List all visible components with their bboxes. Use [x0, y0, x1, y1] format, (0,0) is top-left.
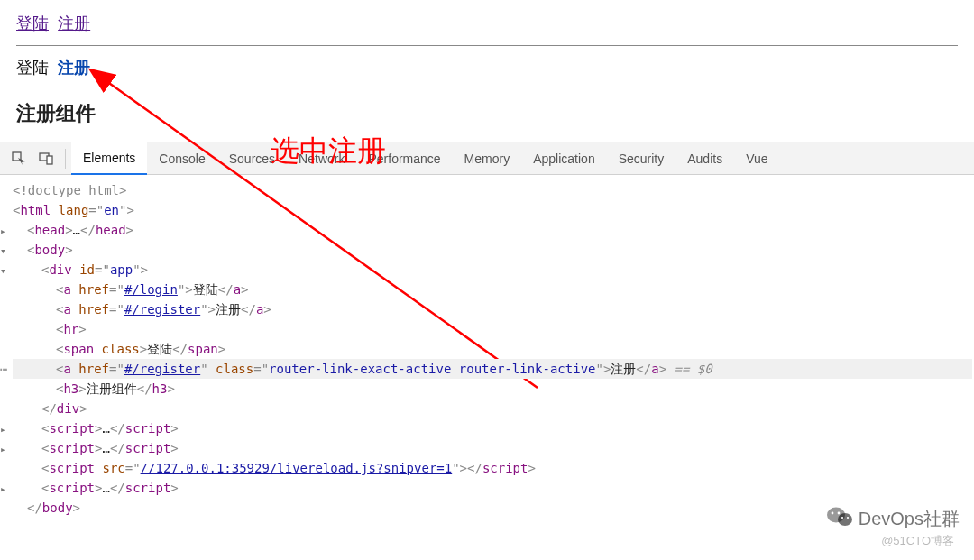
- watermark: DevOps社群: [826, 505, 960, 533]
- tab-audits[interactable]: Audits: [675, 142, 734, 175]
- tab-application[interactable]: Application: [521, 142, 607, 175]
- tab-security[interactable]: Security: [607, 142, 676, 175]
- device-toggle-icon[interactable]: [34, 147, 58, 170]
- active-register-link[interactable]: 注册: [58, 59, 90, 77]
- svg-point-9: [841, 517, 843, 519]
- dom-a-register-active[interactable]: ⋯<a href="#/register" class="router-link…: [13, 359, 972, 379]
- svg-point-6: [838, 513, 852, 526]
- tab-vue[interactable]: Vue: [734, 142, 779, 175]
- svg-point-7: [831, 512, 833, 515]
- watermark-text: DevOps社群: [859, 507, 960, 531]
- dom-h3[interactable]: <h3>注册组件</h3>: [13, 379, 972, 399]
- nav-register-link[interactable]: 注册: [58, 14, 90, 32]
- dom-html-open[interactable]: <html lang="en">: [13, 200, 972, 220]
- dom-script-2[interactable]: <script>…</script>: [13, 438, 972, 458]
- dom-span-login[interactable]: <span class>登陆</span>: [13, 339, 972, 359]
- rendered-page: 登陆 注册 登陆 注册 注册组件: [0, 0, 974, 142]
- dom-div-close[interactable]: </div>: [13, 399, 972, 418]
- dom-a-login[interactable]: <a href="#/login">登陆</a>: [13, 280, 972, 299]
- nav-login-link[interactable]: 登陆: [16, 14, 49, 32]
- dom-div-app[interactable]: <div id="app">: [13, 260, 972, 280]
- dom-a-register[interactable]: <a href="#/register">注册</a>: [13, 299, 972, 319]
- devtools-panel: Elements Console Sources Network Perform…: [0, 142, 974, 519]
- dom-body-open[interactable]: <body>: [13, 240, 972, 260]
- dom-tree[interactable]: <!doctype html> <html lang="en"> <head>……: [0, 175, 974, 519]
- svg-rect-4: [47, 156, 52, 164]
- tab-console[interactable]: Console: [147, 142, 216, 175]
- dom-hr[interactable]: <hr>: [13, 319, 972, 339]
- tab-memory[interactable]: Memory: [453, 142, 522, 175]
- tab-elements[interactable]: Elements: [71, 142, 147, 175]
- dom-script-3[interactable]: <script>…</script>: [13, 478, 972, 498]
- annotation-label: 选中注册: [271, 132, 386, 171]
- component-heading: 注册组件: [16, 100, 958, 127]
- tab-divider: [65, 149, 66, 169]
- dom-script-1[interactable]: <script>…</script>: [13, 418, 972, 438]
- svg-point-10: [847, 517, 849, 519]
- dom-script-src[interactable]: <script src="//127.0.0.1:35929/livereloa…: [13, 458, 972, 478]
- inspect-icon[interactable]: [7, 147, 31, 170]
- wechat-icon: [826, 505, 853, 533]
- devtools-tabbar: Elements Console Sources Network Perform…: [0, 142, 974, 175]
- divider: [16, 45, 958, 46]
- dom-head[interactable]: <head>…</head>: [13, 220, 972, 240]
- page-root: 登陆 注册 登陆 注册 注册组件 选中注册 Elements: [0, 0, 974, 560]
- dom-doctype[interactable]: <!doctype html>: [13, 180, 972, 200]
- svg-point-8: [837, 512, 840, 515]
- top-nav-links: 登陆 注册: [16, 13, 958, 34]
- watermark-sub: @51CTO博客: [881, 533, 954, 549]
- span-login: 登陆: [16, 59, 49, 77]
- router-view-row: 登陆 注册: [16, 57, 958, 78]
